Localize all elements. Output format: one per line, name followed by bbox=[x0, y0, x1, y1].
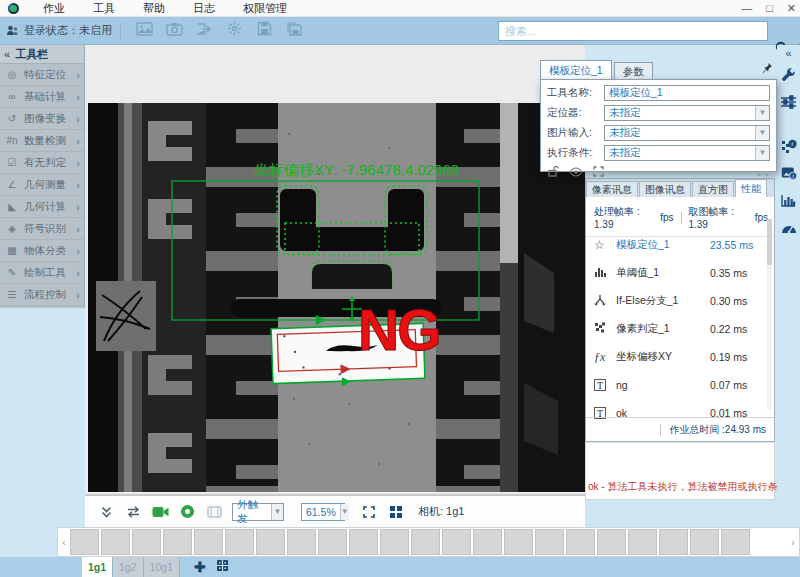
process-fps: 处理帧率 : 1.39 bbox=[594, 205, 652, 230]
tab-template-locating[interactable]: 模板定位_1 bbox=[540, 60, 612, 79]
field-image-input: 图片输入: 未指定▼ bbox=[547, 123, 770, 142]
collapse-panel-icon[interactable] bbox=[97, 503, 115, 521]
fit-view-icon[interactable] bbox=[360, 503, 378, 521]
image-input-select[interactable]: 未指定▼ bbox=[604, 125, 770, 141]
execute-condition-select[interactable]: 未指定▼ bbox=[604, 145, 770, 161]
job-grid-view-icon[interactable] bbox=[216, 558, 229, 576]
image-transform-icon: ↺ bbox=[4, 113, 20, 124]
sidebar-item-basic-calculation[interactable]: ∞基础计算› bbox=[0, 86, 84, 108]
grab-fps: 取图帧率 : 1.39 bbox=[688, 205, 746, 230]
dock-collapse-icon[interactable]: « bbox=[777, 47, 800, 59]
unlock-icon[interactable] bbox=[547, 163, 559, 181]
status-message: ok - 算法工具未执行，算法被禁用或执行条件未满足 bbox=[588, 480, 800, 494]
perf-row-ng[interactable]: T ng 0.07 ms bbox=[586, 371, 768, 399]
app-logo-icon bbox=[8, 3, 19, 14]
tab-parameters[interactable]: 参数 bbox=[614, 62, 653, 79]
chevron-right-icon: › bbox=[76, 223, 80, 235]
live-camera-icon[interactable] bbox=[151, 503, 169, 521]
tab-performance[interactable]: 性能 bbox=[735, 179, 767, 197]
image-canvas[interactable]: 坐标偏移XY: -7.96478,4.02969 NG bbox=[85, 45, 585, 495]
menu-tools[interactable]: 工具 bbox=[79, 0, 129, 17]
menu-permissions[interactable]: 权限管理 bbox=[229, 0, 301, 17]
switch-mode-icon[interactable] bbox=[124, 503, 142, 521]
camera-name-label: 相机: 1g1 bbox=[418, 504, 464, 519]
performance-gauge-icon[interactable] bbox=[777, 216, 800, 238]
sidebar-item-drawing-tools[interactable]: ✎绘制工具› bbox=[0, 262, 84, 284]
svg-text:i: i bbox=[791, 140, 793, 147]
tab-histogram[interactable]: 直方图 bbox=[692, 181, 734, 197]
perf-row-pixel-judge[interactable]: 像素判定_1 0.22 ms bbox=[586, 315, 768, 343]
expand-more-icon[interactable]: ⌄⌄ bbox=[755, 167, 770, 178]
sidebar-header: « 工具栏 bbox=[0, 45, 84, 64]
save-as-icon[interactable] bbox=[279, 21, 309, 40]
settings-gear-icon[interactable] bbox=[219, 21, 249, 40]
tool-settings-icon[interactable] bbox=[777, 64, 800, 86]
strip-right-arrow[interactable]: › bbox=[787, 537, 799, 548]
chevron-right-icon: › bbox=[76, 157, 80, 169]
minimize-button[interactable]: — bbox=[741, 0, 752, 17]
thumbnail-cells[interactable] bbox=[70, 529, 787, 555]
flow-control-icon: ☰ bbox=[4, 289, 20, 300]
stop-record-icon[interactable] bbox=[178, 503, 196, 521]
drawing-tools-icon: ✎ bbox=[4, 267, 20, 278]
scrollbar[interactable] bbox=[767, 219, 772, 409]
open-image-icon[interactable] bbox=[129, 22, 159, 40]
locator-select[interactable]: 未指定▼ bbox=[604, 105, 770, 121]
total-time: 作业总时间 : 24.93 ms bbox=[586, 417, 774, 441]
tab-image-info[interactable]: 图像讯息 bbox=[639, 181, 691, 197]
run-export-icon[interactable] bbox=[189, 22, 219, 40]
job-tab-1g2[interactable]: 1g2 bbox=[113, 557, 144, 577]
perf-row-if-else[interactable]: If-Else分支_1 0.30 ms bbox=[586, 287, 768, 315]
menu-help[interactable]: 帮助 bbox=[129, 0, 179, 17]
perf-row-template-locating[interactable]: ☆ 模板定位_1 23.55 ms bbox=[586, 231, 768, 259]
chevron-down-icon: ▼ bbox=[340, 504, 349, 520]
sidebar-item-presence-check[interactable]: ☑有无判定› bbox=[0, 152, 84, 174]
camera-image[interactable]: 坐标偏移XY: -7.96478,4.02969 NG bbox=[88, 103, 585, 492]
tool-sidebar: « 工具栏 ◎特征定位› ∞基础计算› ↺图像变换› #n数量检测› ☑有无判定… bbox=[0, 45, 85, 308]
right-dock-strip: « i i bbox=[777, 45, 800, 527]
save-icon[interactable] bbox=[249, 21, 279, 40]
login-status-label: 登录状态：未启用 bbox=[24, 23, 112, 38]
strip-left-arrow[interactable]: ‹ bbox=[58, 537, 70, 548]
sidebar-item-feature-locating[interactable]: ◎特征定位› bbox=[0, 64, 84, 86]
sidebar-item-object-classification[interactable]: ▩物体分类› bbox=[0, 240, 84, 262]
perf-row-threshold[interactable]: 单阈值_1 0.35 ms bbox=[586, 259, 768, 287]
chevron-right-icon: › bbox=[76, 91, 80, 103]
tab-pixel-info[interactable]: 像素讯息 bbox=[586, 181, 638, 197]
trigger-mode-select[interactable]: 外触发 ▼ bbox=[232, 503, 284, 521]
perf-row-coordinate-offset[interactable]: ƒx 坐标偏移XY 0.19 ms bbox=[586, 343, 768, 371]
add-job-button[interactable]: ✚ bbox=[194, 559, 206, 575]
job-tab-10g1[interactable]: 10g1 bbox=[144, 557, 180, 577]
pixel-info-icon[interactable]: i bbox=[777, 135, 800, 157]
image-info-icon[interactable]: i bbox=[777, 162, 800, 184]
object-classification-icon: ▩ bbox=[4, 245, 20, 256]
title-bar: 作业 工具 帮助 日志 权限管理 — □ ✕ bbox=[0, 0, 800, 17]
tool-name-input[interactable] bbox=[604, 85, 770, 101]
info-panel: 像素讯息 图像讯息 直方图 性能 处理帧率 : 1.39 fps 取图帧率 : … bbox=[585, 178, 775, 442]
sidebar-item-quantity-detection[interactable]: #n数量检测› bbox=[0, 130, 84, 152]
parameter-sliders-icon[interactable] bbox=[777, 91, 800, 113]
search-input[interactable] bbox=[498, 21, 768, 41]
sidebar-item-image-transform[interactable]: ↺图像变换› bbox=[0, 108, 84, 130]
sidebar-item-flow-control[interactable]: ☰流程控制› bbox=[0, 284, 84, 306]
job-tab-1g1[interactable]: 1g1 bbox=[82, 557, 113, 577]
sidebar-item-geometric-measure[interactable]: ∠几何测量› bbox=[0, 174, 84, 196]
chevron-right-icon: › bbox=[76, 267, 80, 279]
pixel-icon bbox=[594, 322, 616, 337]
sidebar-item-symbol-recognition[interactable]: ◈符号识别› bbox=[0, 218, 84, 240]
zoom-level-select[interactable]: 61.5% ▼ bbox=[301, 503, 345, 521]
sidebar-collapse-icon[interactable]: « bbox=[4, 48, 10, 60]
film-playback-icon[interactable] bbox=[205, 503, 223, 521]
eye-icon[interactable] bbox=[569, 163, 583, 181]
close-button[interactable]: ✕ bbox=[787, 0, 796, 17]
histogram-panel-icon[interactable] bbox=[777, 189, 800, 211]
expand-roi-icon[interactable] bbox=[593, 163, 604, 181]
sidebar-item-geometric-calc[interactable]: ◣几何计算› bbox=[0, 196, 84, 218]
camera-capture-icon[interactable] bbox=[159, 22, 189, 40]
pin-icon[interactable] bbox=[762, 59, 773, 77]
multi-view-grid-icon[interactable] bbox=[387, 503, 405, 521]
menu-job[interactable]: 作业 bbox=[29, 0, 79, 17]
menu-log[interactable]: 日志 bbox=[179, 0, 229, 17]
field-locator: 定位器: 未指定▼ bbox=[547, 103, 770, 122]
maximize-button[interactable]: □ bbox=[766, 0, 773, 17]
